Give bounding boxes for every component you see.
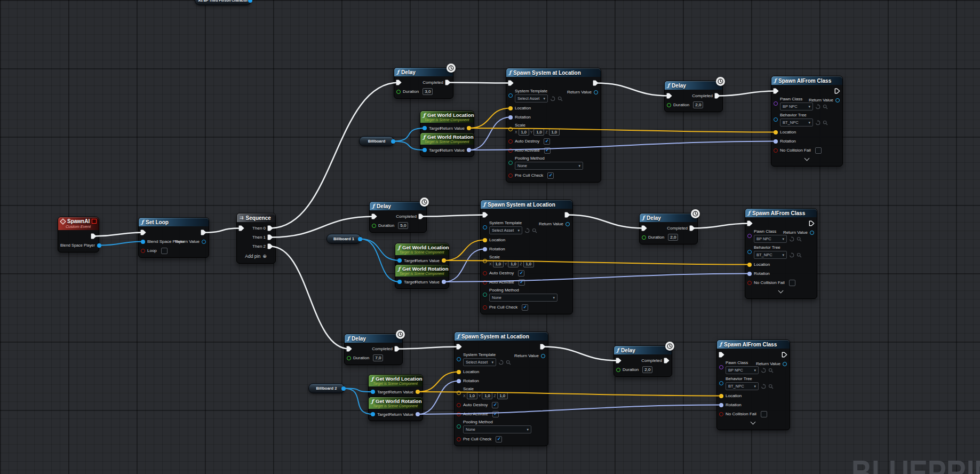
checkbox[interactable]: ✓ xyxy=(547,172,554,179)
value-pin[interactable] xyxy=(774,101,778,106)
node-header[interactable]: ƒSpawn System at Location xyxy=(455,332,548,341)
axis-value-input[interactable]: 1,0 xyxy=(497,392,508,399)
out-pin[interactable] xyxy=(391,139,395,144)
node-delay1[interactable]: ƒDelayCompletedDuration3,0 xyxy=(394,67,453,99)
node-sac1[interactable]: ƒSpawn AIFrom ClassPawn ClassBP NPC▾Retu… xyxy=(771,76,843,167)
wire-blue[interactable] xyxy=(360,239,400,282)
node-setloop[interactable]: ƒSet LoopBlend Space PlayerReturn ValueL… xyxy=(138,217,209,258)
out-pin[interactable] xyxy=(248,0,252,3)
ret-pin[interactable] xyxy=(467,126,471,130)
search-asset-icon[interactable] xyxy=(768,384,774,389)
value-pin[interactable] xyxy=(508,148,513,153)
expand-node-button[interactable] xyxy=(747,290,814,294)
browse-asset-icon[interactable] xyxy=(815,120,820,125)
ret-pin[interactable] xyxy=(416,390,420,394)
add-pin-button[interactable]: Add pin⊕ xyxy=(239,252,273,260)
node-header[interactable]: ƒDelay xyxy=(640,214,697,222)
axis-value-input[interactable]: 1,0 xyxy=(508,260,519,267)
dropdown-select[interactable]: BP NPC▾ xyxy=(780,102,813,110)
node-sac2[interactable]: ƒSpawn AIFrom ClassPawn ClassBP NPC▾Retu… xyxy=(745,208,817,299)
wire-exec[interactable] xyxy=(718,91,776,96)
axis-value-input[interactable]: 1,0 xyxy=(549,129,560,136)
dropdown-select[interactable]: None▾ xyxy=(515,162,583,170)
value-pin[interactable] xyxy=(396,90,401,94)
exec_out-pin[interactable] xyxy=(540,344,546,350)
ret-pin[interactable] xyxy=(810,231,814,235)
value-pin[interactable] xyxy=(457,412,461,416)
value-pin[interactable] xyxy=(483,225,487,230)
bsp-pin[interactable] xyxy=(97,243,101,248)
dropdown-select[interactable]: BP NPC▾ xyxy=(726,366,759,374)
wire-blue[interactable] xyxy=(360,239,400,261)
value-pin[interactable] xyxy=(747,250,752,254)
value-pin[interactable] xyxy=(508,139,513,144)
node-header[interactable]: ƒDelay xyxy=(345,334,402,343)
target-pin[interactable] xyxy=(371,390,375,394)
node-ss3[interactable]: ƒSpawn System at LocationSystem Template… xyxy=(454,331,548,446)
dropdown-select[interactable]: Select Asset▾ xyxy=(489,226,522,234)
then0-pin[interactable] xyxy=(267,225,273,231)
wire-exec[interactable] xyxy=(421,215,485,217)
variable-pill-bb2[interactable]: Billboard 2 xyxy=(308,383,345,393)
location-pin[interactable] xyxy=(457,370,461,374)
search-asset-icon[interactable] xyxy=(532,228,537,233)
expand-node-button[interactable] xyxy=(719,421,787,425)
number-input[interactable]: 2,0 xyxy=(693,101,703,108)
exec_out-pin[interactable] xyxy=(201,230,206,235)
axis-value-input[interactable]: 1,0 xyxy=(493,260,504,267)
search-asset-icon[interactable] xyxy=(796,236,802,242)
value-pin[interactable] xyxy=(667,103,671,107)
checkbox[interactable] xyxy=(161,248,168,254)
node-header[interactable]: ƒSpawn System at Location xyxy=(506,68,601,77)
target-pin[interactable] xyxy=(371,412,375,416)
value-pin[interactable] xyxy=(457,424,461,429)
completed-pin[interactable] xyxy=(689,225,695,231)
browse-asset-icon[interactable] xyxy=(498,360,504,365)
dropdown-select[interactable]: BT_NPC▾ xyxy=(754,251,787,259)
value-pin[interactable] xyxy=(508,173,513,178)
browse-asset-icon[interactable] xyxy=(550,96,555,101)
checkbox[interactable]: ✓ xyxy=(544,147,551,154)
value-pin[interactable] xyxy=(747,281,752,285)
wire-yellow[interactable] xyxy=(469,108,511,129)
exec_in-pin[interactable] xyxy=(719,352,724,358)
search-asset-icon[interactable] xyxy=(768,368,774,373)
target-pin[interactable] xyxy=(397,280,402,284)
checkbox[interactable] xyxy=(789,280,795,286)
node-header[interactable]: ƒGet World LocationTarget is Scene Compo… xyxy=(369,375,423,386)
wire-exec[interactable] xyxy=(596,83,670,96)
node-header[interactable]: ƒGet World RotationTarget is Scene Compo… xyxy=(369,397,423,409)
dropdown-select[interactable]: BT_NPC▾ xyxy=(780,118,813,127)
node-header[interactable]: ƒDelay xyxy=(370,202,426,210)
search-asset-icon[interactable] xyxy=(823,120,828,125)
node-header[interactable]: ƒDelay xyxy=(614,346,672,354)
target-pin[interactable] xyxy=(397,258,402,263)
search-asset-icon[interactable] xyxy=(557,96,563,101)
value-pin[interactable] xyxy=(483,293,487,297)
dropdown-select[interactable]: None▾ xyxy=(489,294,557,302)
value-pin[interactable] xyxy=(372,224,376,228)
axis-value-input[interactable]: 1,0 xyxy=(533,129,544,136)
node-header[interactable]: ƒSpawn AIFrom Class xyxy=(745,209,817,217)
exec_in-pin[interactable] xyxy=(773,88,779,94)
wire-blue[interactable] xyxy=(99,242,143,246)
exec_out-pin[interactable] xyxy=(593,80,599,86)
node-delay5[interactable]: ƒDelayCompletedDuration7,0 xyxy=(344,334,403,365)
node-delay2[interactable]: ƒDelayCompletedDuration2,0 xyxy=(664,81,723,112)
node-header[interactable]: ƒGet World RotationTarget is Scene Compo… xyxy=(420,133,474,145)
checkbox[interactable] xyxy=(761,411,767,417)
wire-lavender[interactable] xyxy=(444,249,485,282)
node-gwr1[interactable]: ƒGet World RotationTarget is Scene Compo… xyxy=(420,132,474,157)
out-pin[interactable] xyxy=(358,237,362,241)
node-gwl3[interactable]: ƒGet World LocationTarget is Scene Compo… xyxy=(368,374,423,399)
node-delay6[interactable]: ƒDelayCompletedDuration2,0 xyxy=(614,345,672,377)
completed-pin[interactable] xyxy=(418,214,424,219)
exec_out-pin[interactable] xyxy=(91,233,97,239)
node-gwr2[interactable]: ƒGet World RotationTarget is Scene Compo… xyxy=(395,264,449,289)
node-seq[interactable]: ⇉SequenceThen 0Then 1Then 2Add pin⊕ xyxy=(236,213,276,264)
then1-pin[interactable] xyxy=(267,234,273,240)
value-pin[interactable] xyxy=(719,412,723,416)
value-pin[interactable] xyxy=(508,161,513,165)
ret-pin[interactable] xyxy=(442,258,446,263)
rotation-pin[interactable] xyxy=(719,403,723,407)
